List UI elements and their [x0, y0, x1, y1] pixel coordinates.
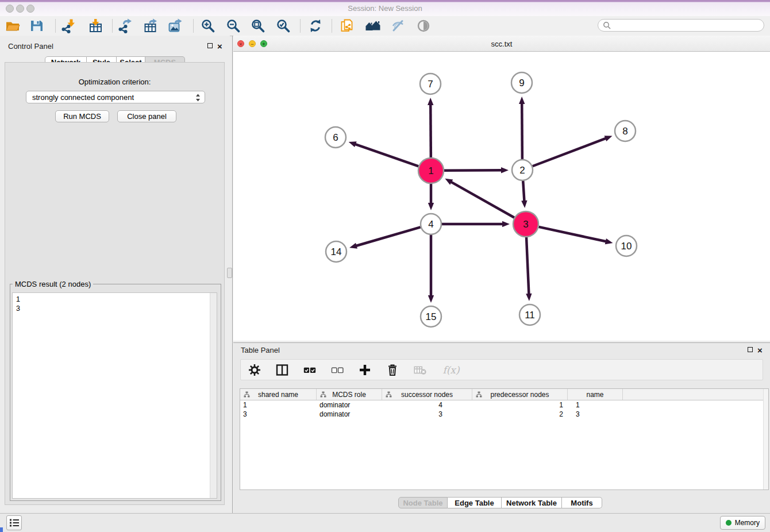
task-history-button[interactable] — [6, 515, 22, 530]
graph-node-7[interactable]: 7 — [420, 74, 441, 94]
memory-button[interactable]: Memory — [720, 516, 765, 530]
export-network-button[interactable] — [116, 17, 135, 34]
tab-edge-table[interactable]: Edge Table — [448, 497, 502, 508]
search-field[interactable] — [598, 19, 764, 32]
select-all-button[interactable] — [303, 363, 317, 377]
memory-label: Memory — [735, 519, 760, 527]
delete-column-button[interactable] — [386, 363, 399, 377]
edge-3-1[interactable] — [445, 179, 514, 218]
graph-node-15[interactable]: 15 — [421, 306, 441, 327]
graph-node-14[interactable]: 14 — [326, 241, 346, 262]
table-cell: dominator — [317, 401, 382, 409]
left-splitter-grip[interactable] — [227, 268, 232, 278]
graph-node-11[interactable]: 11 — [519, 304, 540, 325]
criterion-select-value: strongly connected component — [32, 93, 134, 102]
tab-network-table[interactable]: Network Table — [502, 497, 562, 508]
network-canvas[interactable]: 7968124314101511 — [233, 52, 770, 341]
arrowhead-icon — [605, 136, 613, 141]
graph-node-10[interactable]: 10 — [616, 236, 637, 256]
edge-2-3[interactable] — [521, 181, 527, 208]
table-float-icon[interactable] — [748, 347, 753, 352]
zoom-out-button[interactable] — [224, 17, 243, 34]
edge-3-10[interactable] — [538, 227, 613, 244]
graph-node-8[interactable]: 8 — [615, 121, 636, 141]
result-scrollbar[interactable] — [210, 293, 217, 498]
zoom-in-button[interactable] — [198, 17, 218, 34]
table-options-button[interactable] — [248, 363, 261, 377]
apply-layout-button[interactable] — [306, 17, 325, 34]
edge-3-11[interactable] — [526, 237, 532, 301]
deselect-all-button[interactable] — [330, 363, 344, 377]
table-cell: 3 — [568, 410, 623, 418]
edge-1-6[interactable] — [349, 141, 419, 166]
control-panel: Control Panel × NetworkStyleSelectMCDS O… — [0, 36, 230, 513]
node-label: 7 — [428, 79, 433, 90]
column-header-shared-name[interactable]: shared name — [240, 389, 317, 400]
criterion-select[interactable]: strongly connected component — [26, 91, 205, 103]
open-folder-icon — [5, 18, 20, 33]
table-row[interactable]: 3dominator323 — [240, 410, 768, 419]
column-header-name[interactable]: name — [568, 389, 623, 400]
graph-node-6[interactable]: 6 — [325, 127, 346, 148]
graph-node-3[interactable]: 3 — [513, 211, 538, 237]
arrowhead-icon — [502, 221, 510, 227]
columns-icon — [275, 363, 289, 377]
arrowhead-icon — [605, 238, 613, 244]
graph-node-4[interactable]: 4 — [421, 214, 441, 234]
table-row[interactable]: 1dominator411 — [240, 400, 768, 410]
hide-graphics-details-button[interactable] — [388, 17, 407, 34]
import-table-icon — [88, 18, 103, 33]
search-input[interactable] — [611, 21, 752, 30]
open-session-button[interactable] — [3, 17, 22, 34]
edge-2-9[interactable] — [519, 97, 525, 159]
node-label: 4 — [428, 219, 433, 230]
edge-4-3[interactable] — [442, 221, 510, 227]
network-window-titlebar[interactable]: × − + scc.txt — [233, 36, 770, 52]
function-builder-button[interactable]: f(x) — [441, 363, 461, 377]
network-graph[interactable]: 7968124314101511 — [233, 52, 770, 341]
import-network-button[interactable] — [59, 17, 78, 34]
first-neighbors-button[interactable] — [363, 17, 383, 34]
add-column-button[interactable] — [358, 363, 372, 377]
node-table[interactable]: shared nameMCDS rolesuccessor nodesprede… — [240, 388, 769, 490]
application-window: Session: New Session Control Panel × — [0, 0, 770, 532]
import-network-icon — [61, 18, 76, 33]
arrowhead-icon — [349, 141, 357, 147]
float-panel-icon[interactable] — [207, 43, 213, 48]
edge-2-8[interactable] — [533, 136, 613, 166]
table-header-row: shared nameMCDS rolesuccessor nodesprede… — [240, 389, 768, 400]
panel-splitter[interactable] — [232, 36, 233, 513]
new-network-from-selection-button[interactable] — [337, 17, 357, 34]
show-graphics-details-button[interactable] — [414, 17, 433, 34]
delete-table-button[interactable] — [413, 363, 427, 377]
show-columns-button[interactable] — [275, 363, 289, 377]
edge-4-15[interactable] — [428, 235, 434, 303]
edge-1-2[interactable] — [444, 167, 509, 173]
edge-4-14[interactable] — [349, 227, 421, 248]
column-header-predecessor-nodes[interactable]: predecessor nodes — [472, 389, 568, 400]
graph-node-9[interactable]: 9 — [511, 72, 532, 93]
export-table-button[interactable] — [141, 17, 160, 34]
edge-1-4[interactable] — [428, 184, 434, 210]
save-session-button[interactable] — [27, 17, 47, 34]
run-mcds-button[interactable]: Run MCDS — [55, 110, 109, 122]
table-scrollbar[interactable] — [763, 389, 768, 489]
tab-motifs[interactable]: Motifs — [562, 497, 602, 508]
export-image-button[interactable] — [165, 17, 185, 34]
mcds-result-list[interactable]: 1 3 — [12, 292, 217, 499]
node-label: 10 — [621, 241, 632, 252]
edge-1-7[interactable] — [428, 98, 433, 157]
graph-node-1[interactable]: 1 — [418, 158, 444, 183]
close-panel-button[interactable]: Close panel — [117, 110, 176, 122]
close-panel-icon[interactable]: × — [217, 43, 222, 49]
tab-node-table[interactable]: Node Table — [398, 497, 448, 508]
column-header-successor-nodes[interactable]: successor nodes — [382, 389, 472, 400]
arrowhead-icon — [445, 179, 453, 185]
table-close-icon[interactable]: × — [757, 347, 763, 353]
zoom-selected-button[interactable] — [274, 17, 293, 34]
memory-status-icon — [726, 520, 732, 526]
graph-node-2[interactable]: 2 — [512, 160, 533, 180]
column-header-MCDS-role[interactable]: MCDS role — [317, 389, 382, 400]
zoom-fit-button[interactable] — [248, 17, 268, 34]
import-table-button[interactable] — [86, 17, 105, 34]
